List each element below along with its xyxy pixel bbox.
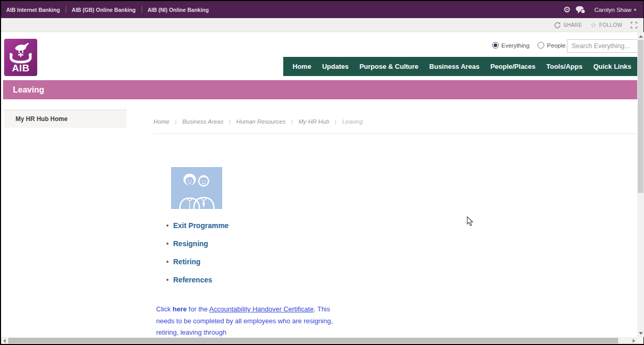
crumb-separator: | <box>291 118 293 125</box>
search-scope-group: Everything People <box>492 42 574 49</box>
horizontal-scrollbar[interactable] <box>1 337 637 344</box>
main-nav: Home Updates Purpose & Culture Business … <box>283 57 644 76</box>
leaving-links-list: Exit Programme Resigning Retiring Refere… <box>166 221 228 294</box>
page-background <box>1 1 643 344</box>
link-references[interactable]: References <box>173 276 212 284</box>
focus-mode-button[interactable] <box>631 22 637 28</box>
link-aib-ni-online-banking[interactable]: AIB (NI) Online Banking <box>148 7 209 13</box>
scroll-up-arrow-icon[interactable] <box>639 35 643 38</box>
nav-tools-apps[interactable]: Tools/Apps <box>546 63 582 70</box>
list-item: Retiring <box>166 258 228 266</box>
nav-updates[interactable]: Updates <box>322 63 348 70</box>
page-banner: Leaving <box>3 80 643 99</box>
scope-people-label: People <box>547 42 565 49</box>
here-link[interactable]: here <box>173 305 187 313</box>
para-text: for the <box>187 305 209 313</box>
bullet-icon <box>166 261 168 263</box>
crumb-my-hr-hub[interactable]: My HR Hub <box>298 118 329 125</box>
screen: AIB Internet Banking AIB (GB) Online Ban… <box>0 0 644 345</box>
gear-icon: ⚙ <box>563 6 571 14</box>
divider <box>142 6 142 13</box>
nav-purpose-culture[interactable]: Purpose & Culture <box>359 63 418 70</box>
accountability-handover-certificate-link[interactable]: Accountability Handover Certificate <box>209 305 314 313</box>
link-aib-gb-online-banking[interactable]: AIB (GB) Online Banking <box>72 7 136 13</box>
two-people-image <box>171 167 222 209</box>
settings-button[interactable]: ⚙ <box>560 3 574 17</box>
logo-text: AIB <box>12 63 29 74</box>
scope-everything-label: Everything <box>501 42 529 49</box>
crumb-current-leaving: Leaving <box>342 118 363 125</box>
focus-icon <box>631 22 637 28</box>
user-name: Carolyn Shaw <box>594 7 632 13</box>
follow-button[interactable]: ☆ FOLLOW <box>590 22 622 28</box>
link-retiring[interactable]: Retiring <box>173 258 201 266</box>
crumb-business-areas[interactable]: Business Areas <box>182 118 223 125</box>
actions-bar: SHARE ☆ FOLLOW <box>1 18 643 32</box>
user-menu[interactable]: Carolyn Shaw ▾ <box>594 7 636 13</box>
share-sync-icon <box>554 22 561 28</box>
scrollbar-corner <box>637 337 643 344</box>
certificate-paragraph: Click here for the Accountability Handov… <box>156 304 334 339</box>
crumb-human-resources[interactable]: Human Resources <box>236 118 285 125</box>
caret-down-icon: ▾ <box>634 7 636 12</box>
nav-home[interactable]: Home <box>293 63 311 70</box>
star-icon: ☆ <box>590 22 596 28</box>
radio-unselected-icon <box>538 42 544 49</box>
bullet-icon <box>166 224 168 227</box>
bullet-icon <box>166 243 168 245</box>
list-item: References <box>166 276 228 284</box>
list-item: Resigning <box>166 239 228 248</box>
radio-selected-icon <box>492 42 499 49</box>
scroll-down-arrow-icon[interactable] <box>639 332 643 335</box>
para-text: Click <box>156 305 173 313</box>
sidebar-item-my-hr-hub-home[interactable]: My HR Hub Home <box>4 110 127 128</box>
nav-people-places[interactable]: People/Places <box>490 63 535 70</box>
nav-quick-links[interactable]: Quick Links <box>593 63 632 70</box>
share-button[interactable]: SHARE <box>554 22 582 28</box>
scope-people-radio[interactable]: People <box>538 42 565 49</box>
crumb-separator: | <box>229 118 231 125</box>
link-resigning[interactable]: Resigning <box>173 239 208 248</box>
vertical-scrollbar[interactable] <box>637 32 644 337</box>
banking-links: AIB Internet Banking AIB (GB) Online Ban… <box>6 6 209 13</box>
messages-button[interactable] <box>574 3 587 17</box>
search-input[interactable] <box>567 39 644 53</box>
divider <box>66 6 66 13</box>
bullet-icon <box>166 279 168 281</box>
top-bar: AIB Internet Banking AIB (GB) Online Ban… <box>1 1 643 18</box>
horizontal-scrollbar-thumb[interactable] <box>8 338 618 343</box>
scroll-right-arrow-icon[interactable] <box>633 339 635 343</box>
nav-business-areas[interactable]: Business Areas <box>430 63 480 70</box>
breadcrumb: Home | Business Areas | Human Resources … <box>154 118 363 125</box>
scope-everything-radio[interactable]: Everything <box>492 42 529 49</box>
scroll-left-arrow-icon[interactable] <box>3 339 6 343</box>
crumb-separator: | <box>175 118 177 125</box>
share-label: SHARE <box>563 22 582 28</box>
crumb-home[interactable]: Home <box>154 118 170 125</box>
vertical-scrollbar-thumb[interactable] <box>638 40 643 193</box>
crumb-separator: | <box>335 118 336 125</box>
link-aib-internet-banking[interactable]: AIB Internet Banking <box>6 7 60 13</box>
link-exit-programme[interactable]: Exit Programme <box>173 221 228 230</box>
chat-bubbles-icon <box>575 6 586 14</box>
sidebar-item-label: My HR Hub Home <box>16 115 68 123</box>
page-title: Leaving <box>13 85 44 95</box>
list-item: Exit Programme <box>166 221 228 230</box>
follow-label: FOLLOW <box>599 22 622 28</box>
aib-logo[interactable]: AIB <box>4 39 37 76</box>
aib-bird-emblem-icon <box>6 41 36 65</box>
content-divider <box>154 133 637 134</box>
